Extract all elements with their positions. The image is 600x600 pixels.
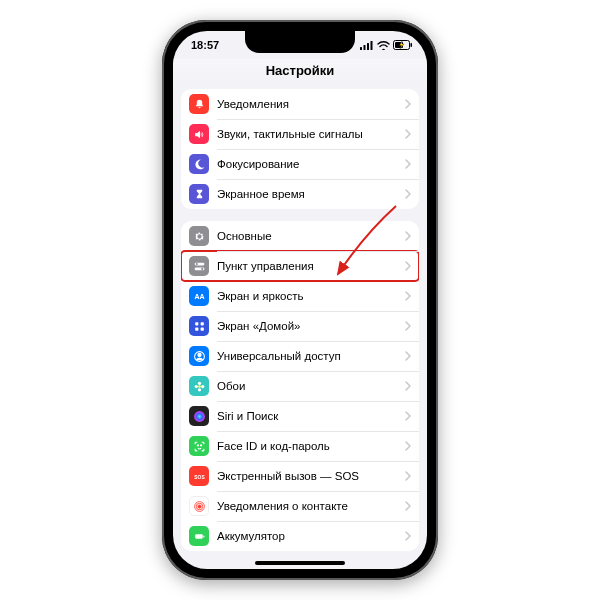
chevron-right-icon [405,411,411,421]
svg-point-21 [194,384,197,387]
row-sos[interactable]: SOSЭкстренный вызов — SOS [181,461,419,491]
exposure-icon [189,496,209,516]
row-focus[interactable]: Фокусирование [181,149,419,179]
row-label: Звуки, тактильные сигналы [217,128,405,140]
chevron-right-icon [405,129,411,139]
bell-icon [189,94,209,114]
svg-point-27 [197,504,200,507]
settings-group-1: УведомленияЗвуки, тактильные сигналыФоку… [181,89,419,209]
row-label: Фокусирование [217,158,405,170]
row-control-center[interactable]: Пункт управления [181,251,419,281]
notch [245,31,355,53]
svg-rect-2 [367,43,369,50]
battery-charging-icon [393,40,413,50]
phone-frame: 18:57 Настройки УведомленияЗвуки, тактил… [162,20,438,580]
row-battery[interactable]: Аккумулятор [181,521,419,551]
svg-rect-12 [195,322,198,325]
svg-point-25 [200,444,201,445]
wifi-icon [377,41,390,50]
svg-rect-0 [360,47,362,50]
row-label: Siri и Поиск [217,410,405,422]
moon-icon [189,154,209,174]
home-indicator[interactable] [255,561,345,565]
row-label: Универсальный доступ [217,350,405,362]
svg-point-22 [201,384,204,387]
speaker-icon [189,124,209,144]
chevron-right-icon [405,99,411,109]
row-label: Основные [217,230,405,242]
svg-point-19 [197,381,200,384]
settings-group-2: ОсновныеПункт управленияAAЭкран и яркост… [181,221,419,551]
row-notifications[interactable]: Уведомления [181,89,419,119]
row-label: Уведомления [217,98,405,110]
svg-rect-1 [364,45,366,50]
row-general[interactable]: Основные [181,221,419,251]
row-label: Пункт управления [217,260,405,272]
chevron-right-icon [405,471,411,481]
row-label: Уведомления о контакте [217,500,405,512]
row-siri[interactable]: Siri и Поиск [181,401,419,431]
chevron-right-icon [405,231,411,241]
svg-rect-5 [411,43,413,47]
svg-rect-30 [195,534,203,538]
row-label: Экран «Домой» [217,320,405,332]
settings-list[interactable]: УведомленияЗвуки, тактильные сигналыФоку… [173,85,427,569]
svg-point-17 [197,353,200,356]
chevron-right-icon [405,321,411,331]
switches-icon [189,256,209,276]
row-wallpaper[interactable]: Обои [181,371,419,401]
row-faceid[interactable]: Face ID и код-пароль [181,431,419,461]
page-title: Настройки [173,59,427,86]
svg-rect-31 [203,535,204,537]
status-time: 18:57 [191,39,219,51]
chevron-right-icon [405,291,411,301]
row-label: Экранное время [217,188,405,200]
chevron-right-icon [405,159,411,169]
svg-rect-13 [200,322,203,325]
row-screentime[interactable]: Экранное время [181,179,419,209]
flower-icon [189,376,209,396]
hourglass-icon [189,184,209,204]
row-label: Face ID и код-пароль [217,440,405,452]
chevron-right-icon [405,261,411,271]
svg-text:AA: AA [194,293,204,300]
svg-point-23 [194,411,205,422]
status-indicators [360,40,413,50]
chevron-right-icon [405,381,411,391]
signal-icon [360,41,374,50]
grid-icon [189,316,209,336]
svg-point-8 [195,262,197,264]
siri-icon [189,406,209,426]
sos-icon: SOS [189,466,209,486]
chevron-right-icon [405,441,411,451]
gear-icon [189,226,209,246]
svg-point-18 [198,385,201,388]
chevron-right-icon [405,351,411,361]
svg-point-20 [197,388,200,391]
row-label: Обои [217,380,405,392]
battery-icon [189,526,209,546]
row-home-screen[interactable]: Экран «Домой» [181,311,419,341]
row-label: Экстренный вызов — SOS [217,470,405,482]
row-label: Аккумулятор [217,530,405,542]
aa-icon: AA [189,286,209,306]
row-display[interactable]: AAЭкран и яркость [181,281,419,311]
person-icon [189,346,209,366]
row-exposure[interactable]: Уведомления о контакте [181,491,419,521]
svg-point-24 [197,444,198,445]
row-accessibility[interactable]: Универсальный доступ [181,341,419,371]
svg-point-10 [201,267,203,269]
face-icon [189,436,209,456]
svg-rect-3 [371,41,373,50]
svg-rect-14 [195,327,198,330]
chevron-right-icon [405,501,411,511]
chevron-right-icon [405,531,411,541]
row-sounds[interactable]: Звуки, тактильные сигналы [181,119,419,149]
screen: 18:57 Настройки УведомленияЗвуки, тактил… [173,31,427,569]
chevron-right-icon [405,189,411,199]
svg-text:SOS: SOS [194,474,205,479]
svg-rect-15 [200,327,203,330]
row-label: Экран и яркость [217,290,405,302]
